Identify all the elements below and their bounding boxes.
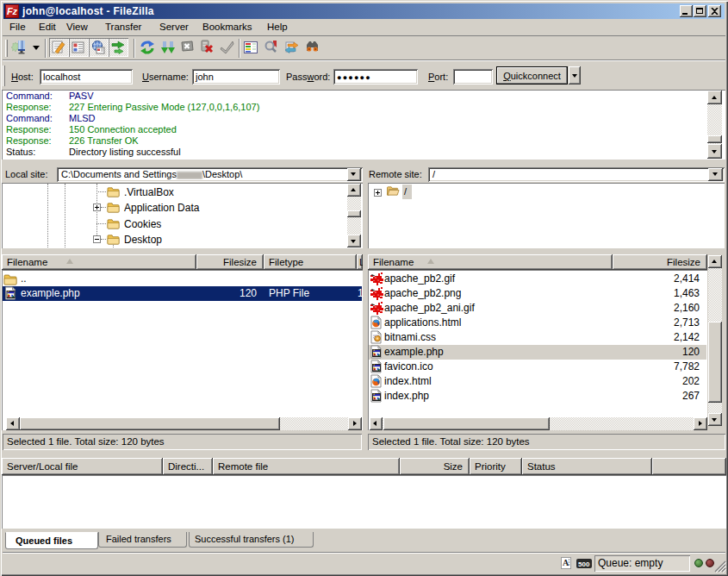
svg-text:500: 500 <box>578 560 590 568</box>
svg-text:A: A <box>563 558 569 567</box>
